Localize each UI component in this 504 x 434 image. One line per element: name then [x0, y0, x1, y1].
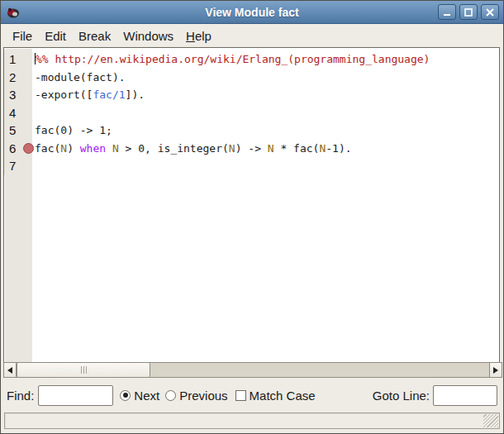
line-number[interactable]: 1 [4, 50, 31, 69]
erlang-debugger-bug-icon [5, 4, 21, 21]
line-number[interactable]: 6 [4, 140, 31, 158]
match-case-checkbox[interactable] [235, 390, 246, 401]
code-line: 2-module(fact). [4, 69, 499, 87]
goto-line-label: Goto Line: [373, 389, 430, 403]
match-case-label: Match Case [250, 389, 316, 403]
horizontal-scrollbar[interactable] [3, 362, 502, 378]
window-title: View Module fact [1, 6, 503, 19]
line-number[interactable]: 5 [4, 122, 31, 140]
status-bar [4, 413, 500, 429]
find-input[interactable] [38, 385, 113, 406]
code-line: 6fac(N) when N > 0, is_integer(N) -> N *… [4, 140, 499, 158]
scroll-right-button[interactable] [489, 363, 502, 377]
next-label: Next [134, 389, 159, 403]
menu-item-help[interactable]: Help [186, 29, 212, 43]
line-number[interactable]: 2 [4, 69, 31, 87]
view-module-window: View Module fact FileEditBreakWindowsHel… [0, 0, 504, 434]
code-viewer[interactable]: 1%% http://en.wikipedia.org/wiki/Erlang_… [3, 47, 500, 362]
code-text: -export([fac/1]). [31, 88, 145, 101]
goto-line-input[interactable] [433, 385, 497, 406]
maximize-button[interactable] [459, 4, 478, 20]
menu-item-windows[interactable]: Windows [123, 29, 174, 43]
menu-item-edit[interactable]: Edit [45, 29, 66, 43]
scroll-left-button[interactable] [4, 363, 17, 377]
previous-label: Previous [179, 389, 227, 403]
menu-item-file[interactable]: File [12, 29, 32, 43]
title-bar[interactable]: View Module fact [1, 1, 503, 24]
scrollbar-thumb[interactable] [17, 363, 150, 377]
find-label: Find: [7, 389, 34, 403]
code-line: 4 [4, 104, 499, 122]
find-bar: Find: Next Previous Match Case Goto Line… [1, 379, 503, 411]
close-button[interactable] [481, 4, 499, 20]
code-line: 1%% http://en.wikipedia.org/wiki/Erlang_… [4, 50, 499, 69]
line-number[interactable]: 3 [4, 86, 31, 104]
code-text: %% http://en.wikipedia.org/wiki/Erlang_(… [31, 53, 430, 65]
code-text: -module(fact). [31, 71, 126, 83]
menu-bar: FileEditBreakWindowsHelp [2, 24, 502, 47]
thumb-grip-icon [81, 366, 82, 374]
code-line: 7 [4, 157, 499, 175]
line-number[interactable]: 4 [4, 104, 31, 122]
next-radio[interactable] [120, 390, 131, 401]
menu-item-break[interactable]: Break [78, 29, 111, 43]
code-line: 3-export([fac/1]). [4, 86, 499, 104]
minimize-button[interactable] [438, 4, 456, 20]
code-text: fac(0) -> 1; [31, 124, 112, 136]
code-lines: 1%% http://en.wikipedia.org/wiki/Erlang_… [4, 48, 499, 175]
code-line: 5fac(0) -> 1; [4, 122, 499, 140]
code-text: fac(N) when N > 0, is_integer(N) -> N * … [31, 142, 352, 155]
left-arrow-icon [7, 367, 12, 374]
line-number[interactable]: 7 [4, 157, 31, 175]
previous-radio[interactable] [165, 390, 176, 401]
resize-grip[interactable] [483, 414, 498, 427]
right-arrow-icon [493, 367, 498, 374]
